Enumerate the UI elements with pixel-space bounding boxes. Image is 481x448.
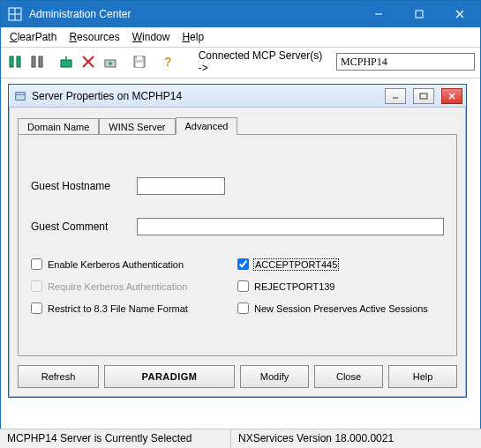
toolbar-btn-5[interactable]	[101, 52, 119, 71]
svg-point-16	[109, 62, 112, 65]
restrict-83-label: Restrict to 8.3 File Name Format	[48, 303, 188, 314]
restrict-83-checkbox[interactable]: Restrict to 8.3 File Name Format	[31, 302, 237, 314]
guest-hostname-input[interactable]	[137, 177, 225, 195]
svg-rect-7	[10, 56, 13, 67]
menu-clearpath[interactable]: ClearPath	[10, 31, 56, 43]
tab-wins-server[interactable]: WINS Server	[99, 118, 175, 135]
svg-rect-9	[32, 56, 35, 67]
button-row: Refresh PARADIGM Modify Close Help	[18, 365, 457, 388]
child-minimize-button[interactable]	[385, 88, 406, 104]
modify-button[interactable]: Modify	[240, 365, 309, 388]
paradigm-button[interactable]: PARADIGM	[104, 365, 235, 388]
child-close-button[interactable]	[441, 88, 462, 104]
svg-rect-10	[39, 56, 42, 67]
connected-server-input[interactable]	[336, 53, 475, 71]
toolbar-help-icon[interactable]: ?	[159, 52, 177, 71]
preserve-sessions-label: New Session Preserves Active Sessions	[254, 303, 428, 314]
child-icon	[14, 90, 26, 102]
svg-rect-18	[137, 56, 142, 60]
minimize-button[interactable]	[358, 1, 399, 27]
toolbar: ? Connected MCP Server(s) ->	[1, 48, 480, 78]
toolbar-btn-4[interactable]	[79, 52, 98, 71]
preserve-sessions-checkbox[interactable]: New Session Preserves Active Sessions	[237, 302, 444, 314]
menu-help[interactable]: Help	[182, 31, 204, 43]
tab-advanced[interactable]: Advanced	[176, 117, 238, 135]
menu-resources[interactable]: Resources	[69, 31, 119, 43]
svg-rect-8	[17, 56, 20, 67]
toolbar-btn-2[interactable]	[28, 52, 47, 71]
help-button[interactable]: Help	[388, 365, 457, 388]
svg-rect-12	[65, 56, 67, 60]
child-titlebar: Server Properties on MCPHP14	[9, 85, 466, 108]
mdi-area: Server Properties on MCPHP14 Domain Name…	[1, 78, 480, 414]
window-title: Administration Center	[29, 8, 358, 20]
rejectport139-label: REJECTPORT139	[254, 281, 335, 292]
acceptport445-checkbox[interactable]: ACCEPTPORT445	[237, 258, 444, 270]
close-child-button[interactable]: Close	[314, 365, 383, 388]
child-title-text: Server Properties on MCPHP14	[32, 90, 182, 102]
toolbar-btn-3[interactable]	[57, 52, 76, 71]
enable-kerberos-checkbox[interactable]: Enable Kerberos Authentication	[31, 258, 237, 270]
child-maximize-button[interactable]	[413, 88, 434, 104]
guest-comment-label: Guest Comment	[31, 220, 137, 233]
guest-hostname-label: Guest Hostname	[31, 180, 137, 192]
svg-rect-24	[420, 93, 427, 99]
svg-text:?: ?	[164, 55, 172, 69]
toolbar-btn-1[interactable]	[6, 52, 25, 71]
tab-panel-advanced: Guest Hostname Guest Comment Enable Kerb…	[18, 134, 457, 356]
svg-rect-21	[16, 92, 26, 100]
acceptport445-label: ACCEPTPORT445	[254, 259, 338, 270]
enable-kerberos-label: Enable Kerberos Authentication	[48, 259, 184, 270]
status-bar: MCPHP14 Server is Currently Selected NXS…	[0, 429, 481, 448]
rejectport139-checkbox[interactable]: REJECTPORT139	[237, 280, 444, 292]
require-kerberos-checkbox: Require Kerberos Authentication	[31, 280, 237, 292]
require-kerberos-label: Require Kerberos Authentication	[48, 281, 187, 292]
menubar: ClearPath Resources Window Help	[1, 27, 480, 48]
guest-comment-input[interactable]	[137, 218, 444, 235]
svg-rect-11	[61, 60, 71, 67]
maximize-button[interactable]	[399, 1, 440, 27]
app-icon	[8, 7, 22, 21]
menu-window[interactable]: Window	[132, 31, 170, 43]
tabs: Domain Name WINS Server Advanced	[18, 115, 457, 134]
close-button[interactable]	[440, 1, 480, 27]
connected-label: Connected MCP Server(s) ->	[199, 49, 327, 74]
tab-domain-name[interactable]: Domain Name	[18, 118, 99, 135]
status-left: MCPHP14 Server is Currently Selected	[0, 429, 231, 448]
child-window: Server Properties on MCPHP14 Domain Name…	[8, 84, 467, 398]
toolbar-save-icon[interactable]	[130, 52, 148, 71]
titlebar: Administration Center	[1, 1, 480, 27]
status-right: NXServices Version 18.000.0021	[231, 429, 481, 448]
svg-rect-4	[416, 11, 423, 18]
refresh-button[interactable]: Refresh	[18, 365, 99, 388]
svg-rect-19	[136, 63, 143, 67]
